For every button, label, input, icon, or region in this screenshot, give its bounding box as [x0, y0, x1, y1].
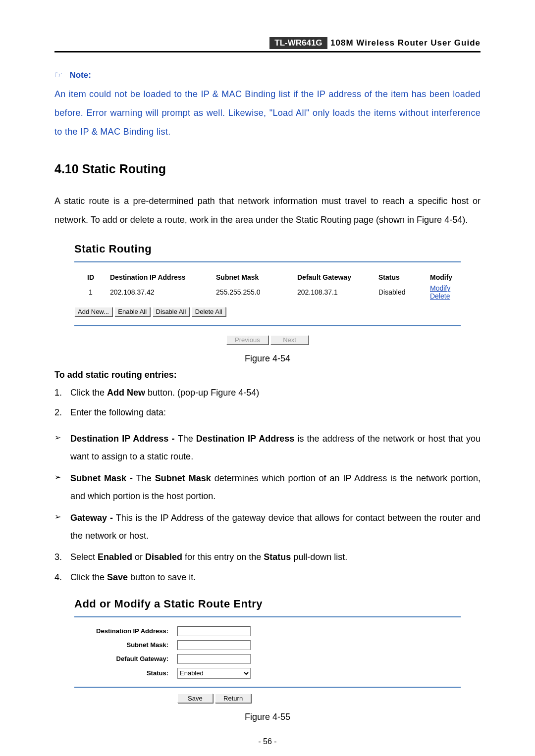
bullet-dest: ➢ Destination IP Address - The Destinati… — [54, 430, 481, 465]
numbered-list-cont: 3. Select Enabled or Disabled for this e… — [54, 549, 481, 585]
mask-bold: Subnet Mask — [155, 473, 211, 483]
table-row: 1 202.108.37.42 255.255.255.0 202.108.37… — [75, 283, 460, 301]
step1-post: button. (pop-up Figure 4-54) — [145, 388, 259, 398]
pointer-icon: ☞ — [54, 70, 62, 80]
note-text: An item could not be loaded to the IP & … — [54, 85, 481, 141]
arrow-icon: ➢ — [54, 469, 70, 505]
cell-status: Disabled — [375, 283, 426, 301]
model-badge: TL-WR641G — [269, 37, 327, 49]
subnet-mask-input[interactable] — [177, 640, 251, 650]
dest-ip-label: Destination IP Address: — [74, 627, 177, 635]
instructions-heading: To add static routing entries: — [54, 370, 481, 380]
cell-id: 1 — [75, 283, 106, 301]
step-marker-1: 1. — [54, 384, 70, 401]
form-row-dest: Destination IP Address: — [74, 626, 461, 636]
cell-gateway: 202.108.37.1 — [294, 283, 374, 301]
mask-mid: The — [136, 473, 155, 483]
disable-all-button[interactable]: Disable All — [153, 307, 190, 316]
cell-mask: 255.255.255.0 — [213, 283, 293, 301]
col-gateway: Default Gateway — [294, 272, 374, 282]
list-item-1: 1. Click the Add New button. (pop-up Fig… — [54, 384, 481, 401]
delete-link[interactable]: Delete — [430, 292, 450, 300]
modify-link[interactable]: Modify — [430, 284, 450, 292]
section-heading: 4.10 Static Routing — [54, 162, 481, 176]
cell-modify: Modify Delete — [427, 283, 460, 301]
arrow-icon: ➢ — [54, 430, 70, 465]
step-marker-4: 4. — [54, 569, 70, 586]
panel-divider-bottom — [74, 325, 461, 326]
form-actions: Save Return — [74, 694, 461, 703]
step3-enabled: Enabled — [98, 552, 132, 562]
step4-pre: Click the — [70, 572, 107, 582]
list-item-4: 4. Click the Save button to save it. — [54, 569, 481, 586]
guide-title: 108M Wireless Router User Guide — [330, 38, 481, 48]
list-item-2: 2. Enter the following data: — [54, 404, 481, 421]
col-mask: Subnet Mask — [213, 272, 293, 282]
table-button-row: Add New... Enable All Disable All Delete… — [74, 307, 461, 316]
add-new-button[interactable]: Add New... — [74, 307, 112, 316]
col-modify: Modify — [427, 272, 460, 282]
mask-label: Subnet Mask - — [70, 473, 136, 483]
col-id: ID — [75, 272, 106, 282]
routing-table: ID Destination IP Address Subnet Mask De… — [74, 271, 461, 302]
form-panel-title: Add or Modify a Static Route Entry — [74, 595, 461, 615]
panel-divider — [74, 261, 461, 262]
form-divider-bottom — [74, 687, 461, 688]
col-dest: Destination IP Address — [107, 272, 212, 282]
gateway-label: Default Gateway: — [74, 655, 177, 662]
col-status: Status — [375, 272, 426, 282]
note-label: Note: — [69, 70, 91, 80]
next-button[interactable]: Next — [270, 335, 309, 345]
panel-title: Static Routing — [74, 240, 461, 260]
step3-status: Status — [264, 552, 291, 562]
bullet-list: ➢ Destination IP Address - The Destinati… — [54, 430, 481, 545]
dest-label: Destination IP Address - — [70, 434, 178, 444]
return-button[interactable]: Return — [215, 694, 251, 703]
enable-all-button[interactable]: Enable All — [114, 307, 150, 316]
bullet-mask: ➢ Subnet Mask - The Subnet Mask determin… — [54, 469, 481, 505]
step3-disabled: Disabled — [145, 552, 182, 562]
cell-dest: 202.108.37.42 — [107, 283, 212, 301]
step-marker-3: 3. — [54, 549, 70, 565]
figure-55-caption: Figure 4-55 — [54, 712, 481, 722]
gw-text: This is the IP Address of the gateway de… — [70, 513, 481, 541]
figure-54-caption: Figure 4-54 — [54, 353, 481, 364]
dest-mid: The — [178, 434, 196, 444]
step-marker-2: 2. — [54, 404, 70, 421]
note-block: ☞ Note: An item could not be loaded to t… — [54, 69, 481, 141]
step1-bold: Add New — [107, 388, 145, 398]
figure-54: Static Routing ID Destination IP Address… — [54, 240, 481, 364]
form-row-status: Status: Enabled — [74, 668, 461, 679]
step3-post: pull-down list. — [291, 552, 347, 562]
step2-text: Enter the following data: — [70, 404, 166, 421]
delete-all-button[interactable]: Delete All — [192, 307, 226, 316]
form-row-gateway: Default Gateway: — [74, 654, 461, 664]
subnet-mask-label: Subnet Mask: — [74, 641, 177, 649]
gw-label: Gateway - — [70, 513, 116, 523]
form-row-mask: Subnet Mask: — [74, 640, 461, 650]
page-header: TL-WR641G 108M Wireless Router User Guid… — [54, 37, 481, 52]
previous-button[interactable]: Previous — [226, 335, 268, 345]
step4-bold: Save — [107, 572, 128, 582]
list-item-3: 3. Select Enabled or Disabled for this e… — [54, 549, 481, 565]
page-number: - 56 - — [54, 737, 481, 746]
arrow-icon: ➢ — [54, 509, 70, 545]
step3-or: or — [132, 552, 145, 562]
table-header-row: ID Destination IP Address Subnet Mask De… — [75, 272, 460, 282]
bullet-gateway: ➢ Gateway - This is the IP Address of th… — [54, 509, 481, 545]
step3-pre: Select — [70, 552, 98, 562]
step3-mid: for this entry on the — [182, 552, 264, 562]
dest-bold: Destination IP Address — [196, 434, 294, 444]
section-intro: A static route is a pre-determined path … — [54, 192, 481, 230]
save-button[interactable]: Save — [177, 694, 213, 703]
pager-row: Previous Next — [74, 335, 461, 345]
status-select[interactable]: Enabled — [177, 668, 251, 679]
figure-55: Add or Modify a Static Route Entry Desti… — [54, 595, 481, 722]
numbered-list: 1. Click the Add New button. (pop-up Fig… — [54, 384, 481, 421]
dest-ip-input[interactable] — [177, 626, 251, 636]
form-divider-top — [74, 616, 461, 617]
step1-pre: Click the — [70, 388, 107, 398]
status-label: Status: — [74, 669, 177, 677]
step4-post: button to save it. — [128, 572, 196, 582]
gateway-input[interactable] — [177, 654, 251, 664]
